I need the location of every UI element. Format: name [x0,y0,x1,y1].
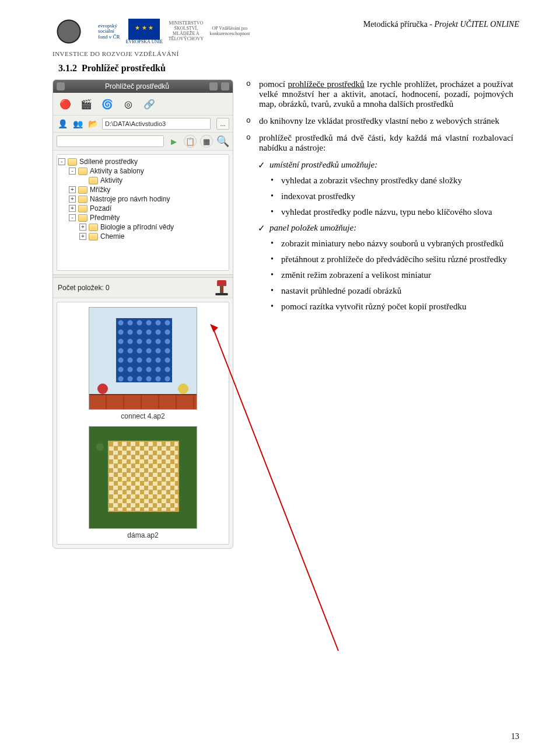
invest-tagline: INVESTICE DO ROZVOJE VZDĚLÁVÁNÍ [52,50,519,57]
bullet-item: změnit režim zobrazení a velikost miniat… [281,270,513,280]
thumbnail-item[interactable]: dáma.ap2 [85,426,201,539]
folder-icon [68,158,77,166]
eu-flag-icon [128,19,160,40]
thumbnail-caption: dáma.ap2 [127,531,158,539]
section-heading: 3.1.2 Prohlížeč prostředků [58,63,519,74]
tree-item[interactable]: -Předměty [58,213,228,222]
person-icon[interactable]: 👤 [57,118,68,130]
folder-icon [78,186,88,194]
page-header: evropský sociální fond v ČR EVROPSKÁ UNI… [52,18,519,46]
tree-label: Aktivity a šablony [90,167,144,175]
path-toolbar: 👤 👥 📂 D:\DATA\Activstudio3 ... [53,116,233,133]
search-input[interactable] [57,135,164,147]
bullet-item: přetáhnout z prohlížeče do předváděcího … [281,255,513,264]
opvk-logo: OP Vzdělávání pro konkurenceschopnost [209,26,250,37]
tree-item[interactable]: -Sdílené prostředky [58,157,228,166]
page-number: 13 [511,732,519,741]
bullet-item: zobrazit miniatury nebo názvy souborů u … [281,239,513,249]
tree-label: Předměty [90,214,120,222]
browse-button[interactable]: ... [216,118,229,130]
list-item: pomocí prohlížeče prostředků lze rychle … [259,79,513,109]
expand-icon[interactable]: + [69,205,76,212]
back-button-icon[interactable] [57,82,65,90]
globe-icon[interactable]: 🔍 [216,135,229,148]
tree-label: Pozadí [90,204,111,212]
collapse-icon[interactable]: - [69,214,76,221]
thumbnail-item[interactable]: connect 4.ap2 [85,307,201,420]
section-number: 3.1.2 [58,63,77,73]
pin-icon[interactable] [209,82,218,90]
bullet-item: indexovat prostředky [281,191,513,201]
thumbnail-caption: connect 4.ap2 [121,412,164,420]
spinner-icon[interactable]: 🌀 [100,96,115,111]
clapper-icon[interactable]: 🎬 [79,96,94,111]
tree-label: Nástroje pro návrh hodiny [90,195,170,203]
people-icon[interactable]: 👥 [72,118,83,130]
check-item: panel položek umožňuje: [270,223,513,233]
folder-icon [89,233,98,240]
play-icon[interactable]: ▶ [167,135,180,148]
list-item: do knihovny lze vkládat prostředky vlast… [259,116,513,126]
doc-title-prefix: Metodická příručka - [363,20,435,29]
folder-tree[interactable]: -Sdílené prostředky -Aktivity a šablony … [57,154,229,271]
doc-title-project: Projekt UČITEL ONLINE [435,20,519,29]
tree-item[interactable]: -Aktivity a šablony [58,166,228,176]
splitter-handle[interactable] [53,274,233,278]
eu-label: EVROPSKÁ UNIE [126,40,163,44]
description-text: pomocí prohlížeče prostředků lze rychle … [244,79,519,318]
thumbnail-preview [89,426,197,529]
open-folder-icon[interactable]: 📂 [87,118,99,130]
expand-icon[interactable]: + [69,186,76,193]
tree-item[interactable]: +Nástroje pro návrh hodiny [58,194,228,204]
expand-icon[interactable]: + [79,233,86,240]
bullet-item: pomocí razítka vytvořit různý počet kopi… [281,302,513,312]
rings-icon[interactable]: ◎ [121,96,136,111]
item-count-label: Počet položek: 0 [58,284,110,292]
panel-title: Prohlížeč prostředků [68,82,206,90]
section-title: Prohlížeč prostředků [82,63,166,73]
folder-icon [78,196,88,203]
resource-browser-panel: Prohlížeč prostředků 🔴 🎬 🌀 ◎ 🔗 👤 👥 📂 [52,79,233,549]
tree-item[interactable]: +Biologie a přírodní vědy [58,222,228,232]
tree-label: Mřížky [90,186,110,194]
grid-icon[interactable]: ▦ [200,135,213,148]
folder-icon [78,168,88,175]
panel-titlebar: Prohlížeč prostředků [53,80,233,93]
category-toolbar: 🔴 🎬 🌀 ◎ 🔗 [53,93,233,116]
tree-item[interactable]: Aktivity [58,176,228,185]
power-icon[interactable]: 🔴 [58,96,73,111]
tree-label: Aktivity [100,176,123,184]
tree-item[interactable]: +Mřížky [58,185,228,194]
link-icon[interactable]: 🔗 [142,96,157,111]
tree-label: Sdílené prostředky [79,158,138,166]
collapse-icon[interactable]: - [58,158,65,165]
folder-icon [89,224,98,231]
path-input[interactable]: D:\DATA\Activstudio3 [102,118,211,130]
thumbnail-preview [89,307,197,410]
expand-icon[interactable]: + [79,224,86,231]
folder-icon [78,214,88,222]
underlined-term: prohlížeče prostředků [288,79,364,89]
doc-title: Metodická příručka - Projekt UČITEL ONLI… [363,20,519,29]
bullet-item: vyhledat a zobrazit všechny prostředky d… [281,176,513,186]
item-count-bar: Počet položek: 0 [53,278,233,298]
header-logos: evropský sociální fond v ČR EVROPSKÁ UNI… [52,18,250,46]
esf-label: evropský sociální fond v ČR [98,23,120,40]
app-screenshot: Prohlížeč prostředků 🔴 🎬 🌀 ◎ 🔗 👤 👥 📂 [52,79,233,549]
list-icon[interactable]: 📋 [184,135,197,148]
bullet-item: nastavit průhledné pozadí obrázků [281,286,513,296]
stamp-icon[interactable] [215,280,228,295]
path-value: D:\DATA\Activstudio3 [105,120,166,127]
collapse-icon[interactable]: - [69,168,76,175]
check-item: umístění prostředků umožňuje: [270,160,513,170]
bullet-item: vyhledat prostředky podle názvu, typu ne… [281,207,513,217]
expand-icon[interactable]: + [69,196,76,203]
tree-label: Chemie [100,232,124,240]
tree-item[interactable]: +Pozadí [58,204,228,213]
menu-icon[interactable] [221,82,229,90]
thumbnail-list[interactable]: connect 4.ap2 dáma.ap2 [57,302,229,545]
folder-icon [89,177,98,184]
tree-item[interactable]: +Chemie [58,232,228,241]
list-item: prohlížeč prostředků má dvě části, kdy k… [259,133,513,153]
esf-logo-icon [52,18,93,46]
